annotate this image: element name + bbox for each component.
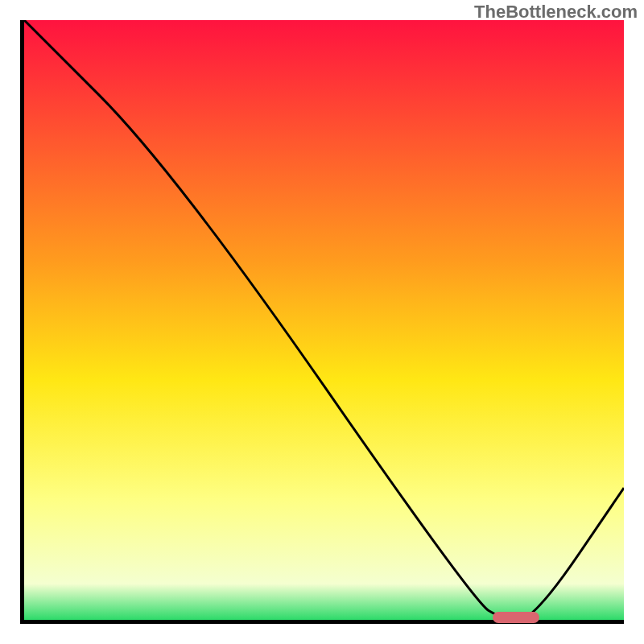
bottleneck-curve [24, 20, 624, 620]
bottleneck-chart: TheBottleneck.com [0, 0, 644, 644]
optimal-range-marker [493, 612, 539, 623]
plot-area [20, 20, 624, 624]
